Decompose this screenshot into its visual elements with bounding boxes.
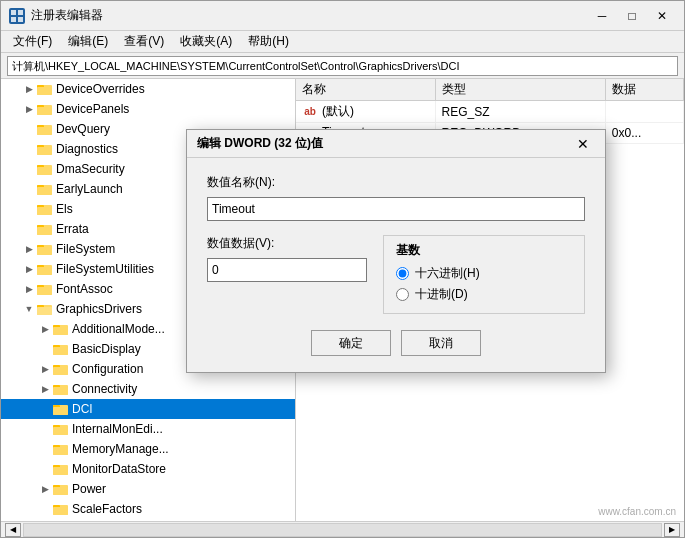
name-input[interactable] bbox=[207, 197, 585, 221]
expand-icon: ▶ bbox=[37, 321, 53, 337]
svg-rect-60 bbox=[53, 447, 68, 455]
tree-item-tdrwatch[interactable]: TdrWatch bbox=[1, 519, 295, 521]
tree-label: Connectivity bbox=[72, 382, 137, 396]
tree-label: Diagnostics bbox=[56, 142, 118, 156]
folder-icon bbox=[53, 502, 69, 516]
bottom-bar: ◀ ▶ bbox=[1, 521, 684, 537]
expand-icon: ▶ bbox=[21, 261, 37, 277]
radio-hex-label[interactable]: 十六进制(H) bbox=[396, 265, 572, 282]
expand-icon bbox=[21, 181, 37, 197]
radio-hex-text: 十六进制(H) bbox=[415, 265, 480, 282]
expand-icon bbox=[37, 441, 53, 457]
expand-icon bbox=[21, 141, 37, 157]
ok-button[interactable]: 确定 bbox=[311, 330, 391, 356]
name-label: 数值名称(N): bbox=[207, 174, 585, 191]
tree-item-monitordatastore[interactable]: MonitorDataStore bbox=[1, 459, 295, 479]
maximize-button[interactable]: □ bbox=[618, 6, 646, 26]
folder-icon bbox=[53, 322, 69, 336]
cancel-button[interactable]: 取消 bbox=[401, 330, 481, 356]
data-input[interactable] bbox=[207, 258, 367, 282]
menu-edit[interactable]: 编辑(E) bbox=[60, 31, 116, 52]
dialog-title-bar: 编辑 DWORD (32 位)值 ✕ bbox=[187, 130, 605, 158]
svg-rect-42 bbox=[53, 327, 68, 335]
dialog-buttons: 确定 取消 bbox=[207, 330, 585, 356]
folder-icon bbox=[37, 282, 53, 296]
address-path[interactable]: 计算机\HKEY_LOCAL_MACHINE\SYSTEM\CurrentCon… bbox=[7, 56, 678, 76]
tree-label: MemoryManage... bbox=[72, 442, 169, 456]
dialog-close-button[interactable]: ✕ bbox=[571, 134, 595, 154]
folder-icon bbox=[53, 382, 69, 396]
svg-rect-57 bbox=[53, 427, 68, 435]
folder-icon bbox=[53, 342, 69, 356]
tree-item-deviceoverrides[interactable]: ▶ DeviceOverrides bbox=[1, 79, 295, 99]
tree-label: BasicDisplay bbox=[72, 342, 141, 356]
folder-icon bbox=[53, 462, 69, 476]
folder-open-icon bbox=[37, 302, 53, 316]
tree-item-internalmonedit[interactable]: InternalMonEdi... bbox=[1, 419, 295, 439]
expand-icon bbox=[21, 201, 37, 217]
menu-file[interactable]: 文件(F) bbox=[5, 31, 60, 52]
svg-rect-6 bbox=[37, 87, 52, 95]
folder-selected-icon bbox=[53, 402, 69, 416]
tree-label: FontAssoc bbox=[56, 282, 113, 296]
scroll-track[interactable] bbox=[23, 523, 662, 537]
folder-icon bbox=[53, 422, 69, 436]
tree-label: Errata bbox=[56, 222, 89, 236]
tree-label: EarlyLaunch bbox=[56, 182, 123, 196]
tree-item-scalefactors[interactable]: ScaleFactors bbox=[1, 499, 295, 519]
svg-rect-24 bbox=[37, 207, 52, 215]
svg-rect-48 bbox=[53, 367, 68, 375]
tree-label: MonitorDataStore bbox=[72, 462, 166, 476]
tree-label: InternalMonEdi... bbox=[72, 422, 163, 436]
svg-rect-30 bbox=[37, 247, 52, 255]
tree-label: AdditionalMode... bbox=[72, 322, 165, 336]
scroll-left-button[interactable]: ◀ bbox=[5, 523, 21, 537]
dialog-body: 数值名称(N): 数值数据(V): 基数 十六进制(H) bbox=[187, 158, 605, 372]
tree-label: DevQuery bbox=[56, 122, 110, 136]
tree-item-power[interactable]: ▶ Power bbox=[1, 479, 295, 499]
radio-dec[interactable] bbox=[396, 288, 409, 301]
tree-item-memorymanage[interactable]: MemoryManage... bbox=[1, 439, 295, 459]
tree-label: DevicePanels bbox=[56, 102, 129, 116]
svg-rect-51 bbox=[53, 387, 68, 395]
expand-icon: ▶ bbox=[21, 81, 37, 97]
col-data[interactable]: 数据 bbox=[605, 79, 683, 101]
tree-item-devicepanels[interactable]: ▶ DevicePanels bbox=[1, 99, 295, 119]
folder-icon bbox=[37, 182, 53, 196]
menu-view[interactable]: 查看(V) bbox=[116, 31, 172, 52]
tree-label: DeviceOverrides bbox=[56, 82, 145, 96]
col-name[interactable]: 名称 bbox=[296, 79, 435, 101]
svg-rect-2 bbox=[11, 17, 16, 22]
minimize-button[interactable]: ─ bbox=[588, 6, 616, 26]
col-type[interactable]: 类型 bbox=[435, 79, 605, 101]
svg-rect-27 bbox=[37, 227, 52, 235]
expand-icon bbox=[37, 501, 53, 517]
folder-icon bbox=[53, 362, 69, 376]
menu-favorites[interactable]: 收藏夹(A) bbox=[172, 31, 240, 52]
table-row[interactable]: ab(默认) REG_SZ bbox=[296, 101, 684, 123]
data-row: 数值数据(V): 基数 十六进制(H) 十进制(D) bbox=[207, 235, 585, 314]
folder-icon bbox=[37, 242, 53, 256]
folder-icon bbox=[53, 482, 69, 496]
reg-sz-icon: ab bbox=[302, 104, 318, 120]
tree-label: ScaleFactors bbox=[72, 502, 142, 516]
folder-icon bbox=[37, 82, 53, 96]
expand-icon: ▶ bbox=[21, 101, 37, 117]
tree-label: Power bbox=[72, 482, 106, 496]
folder-icon bbox=[37, 122, 53, 136]
tree-item-connectivity[interactable]: ▶ Connectivity bbox=[1, 379, 295, 399]
tree-label: GraphicsDrivers bbox=[56, 302, 142, 316]
expand-icon bbox=[37, 461, 53, 477]
tree-item-dci[interactable]: DCI bbox=[1, 399, 295, 419]
expand-icon bbox=[21, 221, 37, 237]
radio-dec-label[interactable]: 十进制(D) bbox=[396, 286, 572, 303]
svg-rect-21 bbox=[37, 187, 52, 195]
scroll-right-button[interactable]: ▶ bbox=[664, 523, 680, 537]
menu-help[interactable]: 帮助(H) bbox=[240, 31, 297, 52]
reg-type-cell: REG_SZ bbox=[435, 101, 605, 123]
close-button[interactable]: ✕ bbox=[648, 6, 676, 26]
folder-icon bbox=[37, 142, 53, 156]
radio-hex[interactable] bbox=[396, 267, 409, 280]
expand-icon: ▶ bbox=[37, 361, 53, 377]
data-input-group: 数值数据(V): bbox=[207, 235, 367, 282]
